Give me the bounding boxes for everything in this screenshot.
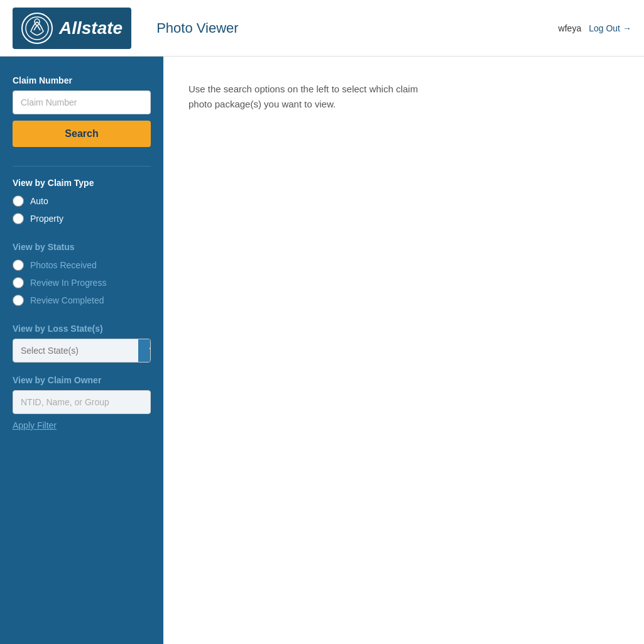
claim-type-auto-label: Auto [30, 196, 48, 206]
svg-point-1 [26, 17, 48, 40]
header: Allstate Photo Viewer wfeya Log Out → [0, 0, 644, 57]
logout-icon: → [623, 23, 631, 33]
content-area: Use the search options on the left to se… [163, 57, 644, 644]
status-review-completed[interactable]: Review Completed [13, 295, 151, 306]
status-photos-received-label: Photos Received [30, 260, 97, 270]
logo-area: Allstate [13, 8, 131, 49]
status-review-completed-radio[interactable] [13, 295, 24, 306]
claim-type-property-label: Property [30, 214, 63, 224]
claim-number-label: Claim Number [13, 75, 151, 85]
logout-label: Log Out [589, 23, 620, 33]
claim-type-auto-radio[interactable] [13, 195, 24, 207]
status-review-completed-label: Review Completed [30, 295, 104, 305]
divider-1 [13, 166, 151, 166]
loss-state-select-wrapper: ▼ [13, 339, 151, 363]
header-right: wfeya Log Out → [559, 23, 631, 33]
status-label: View by Status [13, 242, 151, 252]
loss-state-dropdown-button[interactable]: ▼ [138, 339, 151, 362]
claim-type-property[interactable]: Property [13, 213, 151, 224]
claim-owner-label: View by Claim Owner [13, 375, 151, 385]
claim-type-radio-group: Auto Property [13, 195, 151, 224]
main-layout: Claim Number Search View by Claim Type A… [0, 57, 644, 644]
status-radio-group: Photos Received Review In Progress Revie… [13, 259, 151, 306]
svg-point-0 [22, 13, 52, 43]
search-button[interactable]: Search [13, 121, 151, 147]
header-left: Allstate Photo Viewer [13, 8, 239, 49]
logout-button[interactable]: Log Out → [589, 23, 631, 33]
apply-filter-button[interactable]: Apply Filter [13, 420, 151, 430]
allstate-logo-icon [21, 13, 53, 44]
status-photos-received-radio[interactable] [13, 259, 24, 271]
chevron-down-icon: ▼ [147, 344, 151, 357]
sidebar: Claim Number Search View by Claim Type A… [0, 57, 163, 644]
claim-type-label: View by Claim Type [13, 178, 151, 188]
status-review-in-progress-radio[interactable] [13, 277, 24, 288]
claim-number-input[interactable] [13, 90, 151, 114]
status-photos-received[interactable]: Photos Received [13, 259, 151, 271]
claim-type-auto[interactable]: Auto [13, 195, 151, 207]
loss-state-input[interactable] [13, 339, 138, 362]
placeholder-message: Use the search options on the left to se… [188, 82, 427, 112]
page-title: Photo Viewer [144, 20, 238, 36]
loss-state-label: View by Loss State(s) [13, 324, 151, 334]
username-label: wfeya [559, 23, 582, 33]
claim-type-property-radio[interactable] [13, 213, 24, 224]
logo-text: Allstate [59, 18, 123, 38]
claim-owner-input[interactable] [13, 390, 151, 414]
status-review-in-progress-label: Review In Progress [30, 278, 106, 288]
status-review-in-progress[interactable]: Review In Progress [13, 277, 151, 288]
